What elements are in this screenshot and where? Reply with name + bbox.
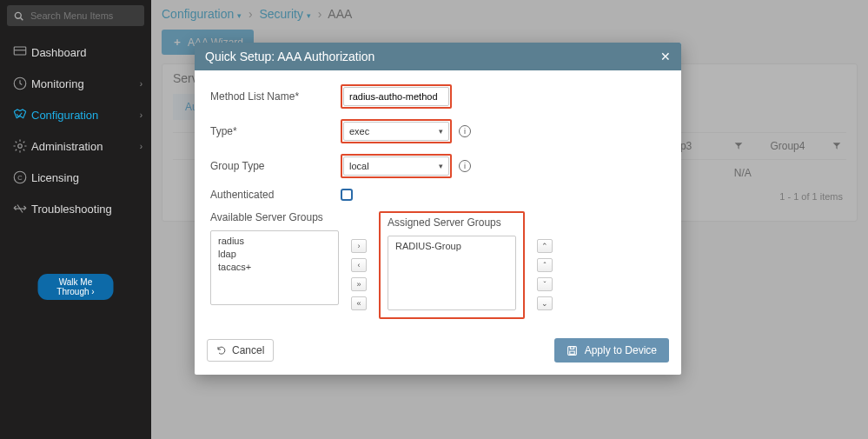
group-type-label: Group Type: [210, 160, 341, 172]
move-right-button[interactable]: ›: [351, 239, 367, 253]
sidebar-item-configuration[interactable]: Configuration ›: [0, 99, 151, 130]
authenticated-label: Authenticated: [210, 189, 341, 201]
chevron-right-icon: ›: [140, 142, 142, 151]
svg-rect-2: [14, 47, 26, 55]
move-left-button[interactable]: ‹: [351, 258, 367, 272]
move-down-button[interactable]: ˇ: [537, 277, 553, 291]
list-item[interactable]: RADIUS-Group: [395, 240, 508, 253]
assigned-groups-listbox[interactable]: RADIUS-Group: [388, 236, 516, 310]
move-all-left-button[interactable]: «: [351, 296, 367, 310]
list-item[interactable]: radius: [218, 235, 331, 248]
chevron-down-icon: ▾: [439, 127, 443, 136]
apply-to-device-button[interactable]: Apply to Device: [554, 338, 669, 363]
menu-search-input[interactable]: [29, 10, 137, 22]
type-label: Type*: [210, 125, 341, 137]
monitoring-icon: [9, 76, 31, 91]
svg-line-1: [21, 17, 23, 20]
info-icon[interactable]: i: [459, 125, 471, 137]
svg-rect-13: [570, 346, 573, 349]
dashboard-icon: [9, 44, 31, 60]
sidebar-item-label: Configuration: [31, 109, 140, 122]
troubleshooting-icon: [9, 201, 31, 216]
available-groups-listbox[interactable]: radiusldaptacacs+: [210, 230, 339, 305]
svg-rect-12: [569, 351, 573, 354]
type-select[interactable]: exec ▾: [343, 122, 449, 141]
walk-me-through-button[interactable]: Walk Me Through ›: [38, 274, 114, 300]
modal-title: Quick Setup: AAA Authorization: [205, 50, 374, 63]
sidebar-item-label: Licensing: [31, 171, 142, 184]
chevron-right-icon: ›: [140, 79, 142, 89]
licensing-icon: C: [9, 170, 31, 185]
sidebar-item-label: Troubleshooting: [31, 203, 142, 216]
move-top-button[interactable]: ⌃: [537, 239, 553, 253]
sidebar-item-label: Monitoring: [31, 77, 140, 90]
sidebar-item-monitoring[interactable]: Monitoring ›: [0, 68, 151, 99]
authenticated-checkbox[interactable]: [341, 189, 353, 201]
undo-icon: [216, 345, 227, 356]
sidebar-item-label: Dashboard: [31, 46, 142, 59]
sidebar-item-label: Administration: [31, 140, 140, 153]
move-bottom-button[interactable]: ⌄: [537, 296, 553, 310]
method-list-name-input[interactable]: [343, 87, 449, 106]
move-all-right-button[interactable]: »: [351, 277, 367, 291]
menu-search[interactable]: [7, 5, 144, 26]
svg-point-0: [15, 12, 21, 18]
sidebar-item-administration[interactable]: Administration ›: [0, 130, 151, 162]
group-type-select[interactable]: local ▾: [343, 156, 449, 176]
list-item[interactable]: ldap: [218, 248, 331, 261]
available-groups-label: Available Server Groups: [210, 211, 339, 223]
cancel-button[interactable]: Cancel: [207, 339, 274, 362]
aaa-authorization-modal: Quick Setup: AAA Authorization ✕ Method …: [195, 43, 681, 375]
close-icon[interactable]: ✕: [660, 50, 671, 63]
move-up-button[interactable]: ˆ: [537, 258, 553, 272]
chevron-right-icon: ›: [140, 110, 142, 120]
method-list-name-label: Method List Name*: [210, 90, 341, 103]
administration-icon: [9, 138, 31, 154]
sidebar-item-troubleshooting[interactable]: Troubleshooting: [0, 193, 151, 224]
sidebar-item-licensing[interactable]: C Licensing: [0, 162, 151, 193]
search-icon: [14, 11, 23, 21]
configuration-icon: [9, 107, 31, 123]
assigned-groups-label: Assigned Server Groups: [388, 216, 516, 229]
sidebar-item-dashboard[interactable]: Dashboard: [0, 37, 151, 68]
sidebar: Dashboard Monitoring › Configuration ›: [0, 0, 151, 439]
list-item[interactable]: tacacs+: [218, 261, 331, 274]
save-icon: [567, 345, 578, 356]
svg-text:C: C: [17, 174, 23, 182]
chevron-down-icon: ▾: [439, 162, 443, 170]
info-icon[interactable]: i: [459, 160, 471, 172]
svg-point-5: [18, 144, 23, 149]
